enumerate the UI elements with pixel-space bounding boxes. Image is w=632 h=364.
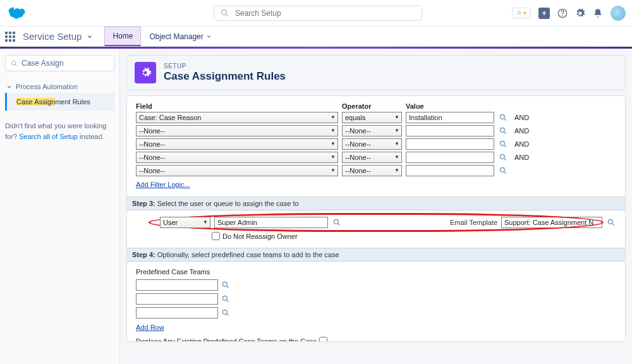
lookup-icon[interactable]: [221, 294, 231, 304]
settings-gear-icon[interactable]: [575, 8, 585, 18]
svg-line-21: [226, 286, 229, 288]
user-avatar[interactable]: [611, 6, 626, 21]
app-launcher-icon[interactable]: [5, 32, 15, 42]
svg-line-23: [226, 300, 229, 302]
help-icon[interactable]: [557, 8, 568, 18]
svg-line-11: [504, 145, 506, 147]
main-content: SETUP Case Assignment Rules Field Operat…: [120, 49, 632, 364]
search-icon: [221, 9, 229, 17]
svg-line-7: [504, 118, 506, 121]
criteria-row: Case: Case ReasonequalsAND: [136, 112, 616, 123]
create-menu[interactable]: +: [538, 8, 550, 19]
col-field: Field: [136, 102, 338, 110]
do-not-reassign-checkbox[interactable]: [212, 232, 220, 240]
criteria-row: --None----None--: [136, 165, 616, 176]
criteria-field-select[interactable]: --None--: [136, 152, 338, 163]
lookup-icon[interactable]: [498, 166, 508, 176]
and-label: AND: [514, 154, 540, 161]
criteria-field-select[interactable]: Case: Case Reason: [136, 112, 338, 123]
svg-point-4: [11, 61, 15, 64]
add-row-link[interactable]: Add Row: [136, 324, 164, 331]
svg-line-15: [504, 171, 506, 174]
rule-entry-form: Field Operator Value Case: Case Reasoneq…: [126, 95, 626, 342]
criteria-field-select[interactable]: --None--: [136, 138, 338, 150]
global-header: Search Setup ☆▾ +: [0, 0, 632, 27]
tree-item-case-assignment-rules[interactable]: Case Assignment Rules: [5, 93, 114, 111]
quickfind-search[interactable]: [5, 55, 114, 71]
svg-point-0: [222, 10, 227, 15]
notifications-bell-icon[interactable]: [593, 8, 603, 18]
team-row: [136, 293, 616, 305]
tab-object-manager[interactable]: Object Manager: [141, 27, 219, 46]
salesforce-logo: [6, 5, 30, 21]
svg-line-17: [337, 223, 340, 226]
criteria-value-input[interactable]: [406, 112, 494, 123]
assignee-name-input[interactable]: [214, 217, 328, 228]
criteria-row: --None----None--AND: [136, 152, 616, 163]
criteria-value-input[interactable]: [406, 138, 494, 150]
lookup-icon[interactable]: [332, 217, 342, 228]
criteria-operator-select[interactable]: --None--: [342, 125, 402, 136]
context-nav: Service Setup Home Object Manager: [0, 27, 632, 47]
step4-header: Step 4: Optionally, select predefined ca…: [127, 248, 625, 262]
team-input[interactable]: [136, 279, 218, 291]
and-label: AND: [514, 140, 540, 148]
team-row: [136, 307, 616, 318]
lookup-icon[interactable]: [221, 280, 231, 290]
header-utilities: ☆▾ +: [512, 6, 626, 21]
col-value: Value: [406, 102, 513, 110]
do-not-reassign-row: Do Not Reassign Owner: [212, 232, 616, 240]
quickfind-input[interactable]: [21, 59, 109, 68]
criteria-field-select[interactable]: --None--: [136, 125, 338, 136]
and-label: AND: [514, 127, 540, 135]
criteria-operator-select[interactable]: --None--: [342, 165, 402, 176]
criteria-value-input[interactable]: [406, 125, 494, 136]
criteria-value-input[interactable]: [406, 165, 494, 176]
teams-label: Predefined Case Teams: [136, 268, 616, 276]
chevron-down-icon: [6, 84, 12, 90]
chevron-down-icon: [206, 33, 212, 39]
lookup-icon[interactable]: [498, 139, 508, 149]
email-template-label: Email Template: [450, 219, 497, 226]
criteria-value-input[interactable]: [406, 152, 494, 163]
team-row: [136, 279, 616, 291]
svg-line-5: [15, 64, 17, 66]
lookup-icon[interactable]: [606, 217, 616, 228]
lookup-icon[interactable]: [498, 112, 508, 123]
svg-line-1: [226, 14, 228, 16]
step3-row: User Email Template: [136, 217, 616, 228]
lookup-icon[interactable]: [221, 308, 231, 318]
quickfind-tip: Didn't find what you were looking for? S…: [5, 121, 114, 142]
criteria-header-row: Field Operator Value: [136, 102, 616, 112]
page-title: Case Assignment Rules: [164, 70, 286, 83]
criteria-row: --None----None--AND: [136, 125, 616, 136]
page-header: SETUP Case Assignment Rules: [126, 55, 626, 90]
setup-sidebar: Process Automation Case Assignment Rules…: [0, 49, 120, 364]
col-operator: Operator: [342, 102, 402, 110]
search-all-setup-link[interactable]: Search all of Setup: [19, 133, 78, 140]
app-name: Service Setup: [23, 31, 82, 42]
lookup-icon[interactable]: [498, 152, 508, 162]
svg-line-25: [226, 313, 229, 316]
criteria-operator-select[interactable]: --None--: [342, 138, 402, 150]
step3-header: Step 3: Select the user or queue to assi…: [127, 197, 625, 210]
replace-teams-checkbox[interactable]: [319, 337, 327, 342]
app-menu-chevron-icon[interactable]: [87, 33, 93, 40]
assignee-type-select[interactable]: User: [160, 217, 210, 228]
team-input[interactable]: [136, 293, 218, 305]
email-template-input[interactable]: [501, 217, 602, 228]
global-search[interactable]: Search Setup: [214, 6, 422, 21]
tree-section-header[interactable]: Process Automation: [5, 80, 114, 93]
team-input[interactable]: [136, 307, 218, 318]
search-icon: [11, 60, 18, 67]
svg-point-3: [562, 15, 563, 16]
replace-teams-row: Replace Any Existing Predefined Case Tea…: [136, 337, 616, 342]
add-filter-logic-link[interactable]: Add Filter Logic...: [136, 181, 190, 188]
criteria-operator-select[interactable]: --None--: [342, 152, 402, 163]
gear-icon: [135, 62, 156, 83]
favorites-pill[interactable]: ☆▾: [512, 8, 531, 18]
lookup-icon[interactable]: [498, 126, 508, 136]
tab-home[interactable]: Home: [104, 27, 141, 46]
criteria-field-select[interactable]: --None--: [136, 165, 338, 176]
criteria-operator-select[interactable]: equals: [342, 112, 402, 123]
